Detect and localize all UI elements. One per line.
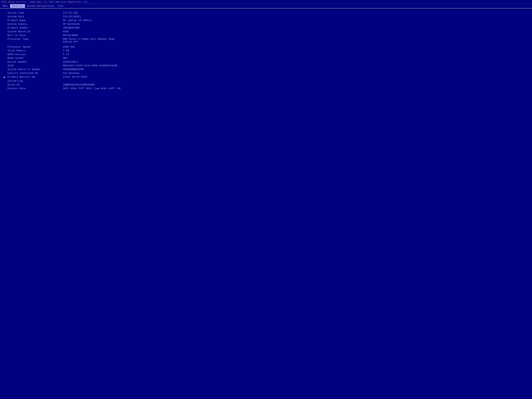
title-bar: BIOS Setup Utility - Copyright (C) 2019 … <box>0 0 532 4</box>
field-value: F.24 <box>63 53 69 56</box>
nav-security[interactable]: Security <box>10 4 25 8</box>
field-value: non-Windows <box>63 72 80 75</box>
info-row: System FamilyHP Notebook <box>4 22 528 26</box>
field-label: System Board CT Number <box>7 68 63 71</box>
field-value: 5CG9222NL3 <box>63 61 78 63</box>
bios-screen: BIOS Setup Utility - Copyright (C) 2019 … <box>0 0 532 399</box>
info-row: Feature Byte3K3Y 6E6a 7K7P 7W7d 7jaw bCb… <box>4 87 528 90</box>
row-arrow: ▶ <box>4 76 6 79</box>
field-label: Factory Installed OS <box>7 72 63 75</box>
info-row[interactable]: System Date[01/29/2020] <box>4 15 528 19</box>
info-row: Total Memory4 GB <box>4 49 528 53</box>
field-value: 18WW1HAD301#SAB8#DAB8 <box>63 83 95 86</box>
field-label: Build ID <box>7 83 63 86</box>
info-row: Product Number7GP60EA#AB8 <box>4 26 528 30</box>
field-label: Processor Speed <box>7 46 63 48</box>
info-row: System Log <box>4 79 528 83</box>
info-row: BIOS VersionF.24 <box>4 53 528 56</box>
info-row: Serial Number5CG9222NL3 <box>4 60 528 64</box>
info-row: Factory Installed OSnon-Windows <box>4 71 528 75</box>
field-label: Born on Date <box>7 34 63 37</box>
field-value: 23231 03/21/2019 <box>63 76 87 78</box>
info-row[interactable]: System Time[17:51:00] <box>4 11 528 15</box>
field-label: BIOS Version <box>7 53 63 56</box>
title-text: BIOS Setup Utility - Copyright (C) 2019 … <box>1 1 89 3</box>
field-value: 2500 MHz <box>63 46 75 48</box>
info-row: Build ID18WW1HAD301#SAB8#DAB8 <box>4 83 528 87</box>
nav-main[interactable]: Main <box>1 4 10 8</box>
info-row: Processor TypeAMD Ryzen 3 2200U with Rad… <box>4 37 528 44</box>
info-row: BIOS VendorAMI <box>4 56 528 60</box>
field-label: System Time <box>7 12 63 14</box>
field-value: HP Laptop 14-cm0xxx <box>63 19 92 22</box>
field-label: Feature Byte <box>7 87 63 90</box>
field-value: [01/29/2020] <box>63 15 81 18</box>
field-label: Product Name <box>7 19 63 22</box>
field-label: System Date <box>7 15 63 18</box>
info-row: System Board ID84A2 <box>4 30 528 34</box>
nav-system-config[interactable]: System Configuration <box>25 4 56 8</box>
info-row: Product NameHP Laptop 14-cm0xxx <box>4 19 528 22</box>
field-value: [17:51:00] <box>63 12 78 14</box>
field-value: 3K3Y 6E6a 7K7P 7W7d 7jaw bCbh cbfP .GA <box>63 87 120 90</box>
field-label: Total Memory <box>7 49 63 52</box>
nav-bar: Main Security System Configuration Exit <box>0 4 532 8</box>
field-value: 00/00/0000 <box>63 34 78 37</box>
field-label: BIOS Vendor <box>7 57 63 60</box>
field-value: 8EEC32C7-F079-4133-890C-E26D951F2E0B <box>63 64 118 67</box>
field-value: AMD Ryzen 3 2200U with Radeon VegaMobile… <box>63 38 114 43</box>
info-row: UUID8EEC32C7-F079-4133-890C-E26D951F2E0B <box>4 64 528 68</box>
field-label: Primary Battery SN <box>7 76 63 78</box>
bios-content: System Time[17:51:00] System Date[01/29/… <box>0 8 532 399</box>
field-label: Serial Number <box>7 61 63 63</box>
field-label: System Board ID <box>7 30 63 33</box>
field-value: 84A2 <box>63 30 69 33</box>
info-row: Born on Date00/00/0000 <box>4 34 528 37</box>
info-row: ▶Primary Battery SN23231 03/21/2019 <box>4 75 528 79</box>
field-label: Processor Type <box>7 38 63 41</box>
info-row: System Board CT NumberPHDKR00WBCB3NC <box>4 68 528 71</box>
field-value: 7GP60EA#AB8 <box>63 26 80 29</box>
nav-exit[interactable]: Exit <box>56 4 66 8</box>
info-row: Processor Speed2500 MHz <box>4 45 528 49</box>
field-value: PHDKR00WBCB3NC <box>63 68 84 71</box>
field-value: 4 GB <box>63 49 69 52</box>
field-label: UUID <box>7 64 63 67</box>
field-value: AMI <box>63 57 68 60</box>
field-label: Product Number <box>7 26 63 29</box>
field-label: System Log <box>7 80 63 82</box>
field-label: System Family <box>7 23 63 25</box>
field-value: HP Notebook <box>63 23 80 25</box>
